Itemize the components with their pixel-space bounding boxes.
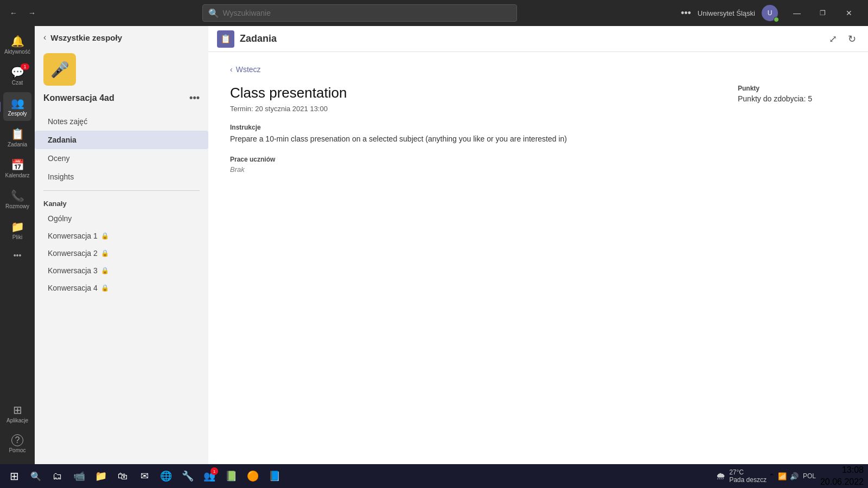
main-area: 🔔 Aktywność 💬 Czat 1 👥 Zespoły 📋 Zadania… <box>0 26 868 464</box>
sidebar-divider <box>43 190 200 191</box>
taskbar-clock: 13:08 20.06.2022 <box>820 464 864 488</box>
calls-icon: 📞 <box>11 189 24 202</box>
teams-taskbar-badge: 1 <box>210 467 218 475</box>
taskbar-time: 13:08 <box>820 464 864 476</box>
nav-item-calls[interactable]: 📞 Rozmowy <box>3 185 31 214</box>
nav-item-help[interactable]: ? Pomoc <box>3 430 31 458</box>
nav-label-calls: Rozmowy <box>5 203 29 209</box>
taskbar-app-files[interactable]: 📁 <box>91 466 111 486</box>
channel-item-k2[interactable]: Konwersacja 2 🔒 <box>35 245 208 262</box>
assignment-deadline: Termin: 20 stycznia 2021 13:00 <box>230 105 705 113</box>
files-icon: 📁 <box>11 220 24 233</box>
window-controls: — ❐ ✕ <box>784 4 861 22</box>
taskbar-app-excel[interactable]: 📗 <box>221 466 241 486</box>
nav-label-chat: Czat <box>12 80 23 86</box>
nav-item-more[interactable]: ••• <box>3 247 31 265</box>
points-label: Punkty <box>738 85 846 92</box>
nav-label-calendar: Kalendarz <box>5 172 29 178</box>
topbar-right-buttons: ⤢ ↻ <box>826 31 859 47</box>
nav-label-activity: Aktywność <box>4 49 30 55</box>
taskbar-start-button[interactable]: ⊞ <box>4 466 24 486</box>
taskbar-app-word[interactable]: 📘 <box>265 466 284 486</box>
channels-title: Kanały <box>35 193 208 210</box>
search-icon: 🔍 <box>208 8 219 18</box>
nav-forward-button[interactable]: → <box>25 7 39 20</box>
taskbar-app-tool[interactable]: 🔧 <box>178 466 197 486</box>
taskbar-app-zoom[interactable]: 📹 <box>69 466 89 486</box>
more-options-button[interactable]: ••• <box>681 8 691 19</box>
more-icon: ••• <box>14 251 22 260</box>
nav-item-files[interactable]: 📁 Pliki <box>3 216 31 245</box>
left-nav: 🔔 Aktywność 💬 Czat 1 👥 Zespoły 📋 Zadania… <box>0 26 35 464</box>
channel-label-k3: Konwersacja 3 <box>48 266 98 275</box>
assignment-body: Class presentation Termin: 20 stycznia 2… <box>230 85 846 174</box>
nav-label-zadania: Zadania <box>8 142 27 147</box>
calendar-icon: 📅 <box>11 158 24 171</box>
content-topbar: 📋 Zadania ⤢ ↻ <box>208 26 868 52</box>
channel-item-ogolny[interactable]: Ogólny <box>35 210 208 227</box>
minimize-button[interactable]: — <box>784 4 809 22</box>
back-link-label: Wstecz <box>236 65 261 74</box>
points-value: Punkty do zdobycia: 5 <box>738 94 846 103</box>
sidebar-back-label: Wszystkie zespoły <box>50 33 122 42</box>
team-name-text: Konwersacja 4ad <box>43 93 114 103</box>
search-input[interactable] <box>222 9 511 17</box>
team-options-button[interactable]: ••• <box>189 92 200 104</box>
titlebar-right: ••• Uniwersytet Śląski U — ❐ ✕ <box>681 4 861 22</box>
chevron-up-icon[interactable]: ⌃ <box>769 472 775 480</box>
nav-item-teams[interactable]: 👥 Zespoły <box>3 92 31 121</box>
assignment-left: Class presentation Termin: 20 stycznia 2… <box>230 85 705 174</box>
assignment-content: ‹ Wstecz Class presentation Termin: 20 s… <box>208 52 868 464</box>
taskbar-app-teams[interactable]: 👥 1 <box>200 466 219 486</box>
expand-button[interactable]: ⤢ <box>826 31 840 47</box>
teams-icon: 👥 <box>11 97 24 110</box>
nav-item-apps[interactable]: ⊞ Aplikacje <box>3 399 31 428</box>
weather-temp: 27°C <box>729 468 767 476</box>
content-area: 📋 Zadania ⤢ ↻ ‹ Wstecz Class presentatio… <box>208 26 868 464</box>
nav-item-chat[interactable]: 💬 Czat 1 <box>3 61 31 90</box>
taskbar-search-button[interactable]: 🔍 <box>26 466 46 486</box>
taskbar-app-store[interactable]: 🛍 <box>113 466 132 486</box>
zadania-topbar-icon: 📋 <box>217 30 234 48</box>
taskbar-app-edge[interactable]: 🌐 <box>156 466 176 486</box>
weather-area: 🌧 27°C Pada deszcz <box>716 468 767 484</box>
taskbar-app-explorer[interactable]: 🗂 <box>48 466 67 486</box>
avatar[interactable]: U <box>762 5 778 21</box>
taskbar-app-powerpoint[interactable]: 🟠 <box>243 466 263 486</box>
sidebar-item-notes[interactable]: Notes zajęć <box>35 112 208 131</box>
taskbar-sys-icons: ⌃ 📶 🔊 <box>769 472 799 480</box>
sidebar-back-button[interactable]: ‹ <box>43 33 46 42</box>
lock-icon-k2: 🔒 <box>101 249 109 257</box>
titlebar-left: ← → <box>7 7 39 20</box>
topbar-title-text: Zadania <box>240 33 277 44</box>
close-button[interactable]: ✕ <box>837 4 861 22</box>
search-bar[interactable]: 🔍 <box>202 4 517 22</box>
sidebar-item-zadania[interactable]: Zadania <box>35 131 208 149</box>
lock-icon-k4: 🔒 <box>101 284 109 292</box>
taskbar-app-mail[interactable]: ✉ <box>135 466 154 486</box>
nav-item-activity[interactable]: 🔔 Aktywność <box>3 30 31 59</box>
zadania-nav-icon: 📋 <box>11 127 24 140</box>
channel-item-k1[interactable]: Konwersacja 1 🔒 <box>35 227 208 245</box>
works-value: Brak <box>230 165 705 174</box>
nav-item-zadania[interactable]: 📋 Zadania <box>3 123 31 152</box>
channel-item-k3[interactable]: Konwersacja 3 🔒 <box>35 262 208 279</box>
taskbar-language: POL <box>801 472 818 480</box>
back-link[interactable]: ‹ Wstecz <box>230 65 261 74</box>
sidebar-item-insights[interactable]: Insights <box>35 168 208 186</box>
sidebar-menu: Notes zajęć Zadania Oceny Insights <box>35 110 208 188</box>
titlebar: ← → 🔍 ••• Uniwersytet Śląski U — ❐ ✕ <box>0 0 868 26</box>
restore-button[interactable]: ❐ <box>810 4 835 22</box>
lock-icon-k3: 🔒 <box>101 267 109 274</box>
refresh-button[interactable]: ↻ <box>845 31 859 47</box>
sidebar-item-oceny[interactable]: Oceny <box>35 149 208 168</box>
weather-info: 27°C Pada deszcz <box>729 468 767 484</box>
channel-label-k1: Konwersacja 1 <box>48 232 98 240</box>
works-label: Prace uczniów <box>230 156 705 163</box>
nav-back-button[interactable]: ← <box>7 7 21 20</box>
nav-item-calendar[interactable]: 📅 Kalendarz <box>3 154 31 183</box>
channel-label-k4: Konwersacja 4 <box>48 284 98 292</box>
sound-icon: 🔊 <box>790 472 799 480</box>
channel-item-k4[interactable]: Konwersacja 4 🔒 <box>35 279 208 297</box>
nav-label-files: Pliki <box>12 234 22 240</box>
